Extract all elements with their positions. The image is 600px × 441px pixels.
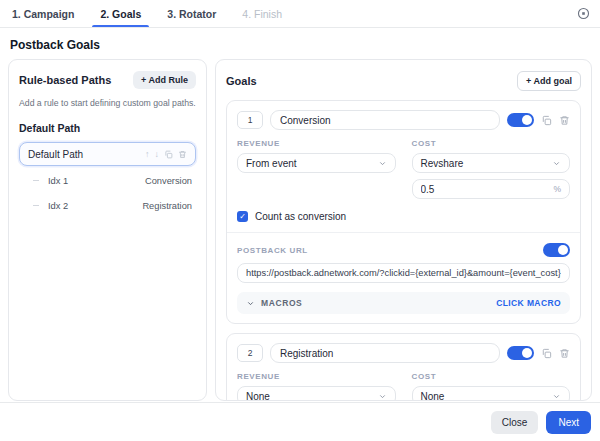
rule-based-paths-title: Rule-based Paths: [19, 74, 111, 86]
divider: [227, 232, 580, 233]
cost-type-select[interactable]: Revshare: [412, 153, 571, 173]
count-as-conversion-row[interactable]: ✓ Count as conversion: [237, 211, 570, 222]
duplicate-icon[interactable]: [164, 150, 173, 159]
tab-campaign[interactable]: 1. Campaign: [10, 0, 76, 27]
goal-name-input[interactable]: [270, 343, 500, 363]
path-goal-name: Registration: [142, 201, 192, 211]
click-macro-link[interactable]: CLICK MACRO: [496, 298, 561, 308]
move-up-icon[interactable]: ↑: [145, 150, 150, 159]
percent-suffix: %: [553, 184, 561, 194]
goal-card-2: 2 REVENUE None: [226, 333, 581, 401]
chevron-down-icon: [378, 392, 387, 401]
revenue-label: REVENUE: [237, 372, 396, 381]
delete-goal-icon[interactable]: [559, 115, 570, 126]
goal-index-badge: 2: [237, 344, 263, 362]
cost-type-select-value: None: [421, 391, 445, 402]
main-content: Rule-based Paths + Add Rule Add a rule t…: [0, 59, 600, 401]
row-dash-icon: [33, 205, 39, 206]
revenue-select[interactable]: From event: [237, 153, 396, 173]
move-down-icon[interactable]: ↓: [155, 150, 160, 159]
duplicate-goal-icon[interactable]: [541, 348, 552, 359]
cost-label: COST: [412, 372, 571, 381]
delete-goal-icon[interactable]: [559, 348, 570, 359]
cost-type-select-value: Revshare: [421, 158, 464, 169]
postback-enabled-toggle[interactable]: [543, 243, 570, 257]
revenue-select[interactable]: None: [237, 386, 396, 401]
cost-label: COST: [412, 139, 571, 148]
chevron-down-icon: [378, 159, 387, 168]
cost-value-field: %: [412, 179, 571, 199]
path-goal-row[interactable]: Idx 1 Conversion: [19, 170, 196, 191]
path-goal-row[interactable]: Idx 2 Registration: [19, 195, 196, 216]
duplicate-goal-icon[interactable]: [541, 115, 552, 126]
add-goal-button[interactable]: + Add goal: [517, 71, 581, 91]
path-goal-name: Conversion: [145, 176, 192, 186]
footer-bar: Close Next: [0, 402, 600, 441]
goal-enabled-toggle[interactable]: [507, 113, 534, 127]
goal-enabled-toggle[interactable]: [507, 346, 534, 360]
chevron-down-icon: [552, 392, 561, 401]
path-goal-index: Idx 1: [48, 176, 68, 186]
wizard-tab-bar: 1. Campaign 2. Goals 3. Rotator 4. Finis…: [0, 0, 600, 28]
revenue-select-value: None: [246, 391, 270, 402]
rule-paths-description: Add a rule to start defining custom goal…: [19, 98, 196, 109]
goal-card-1: 1 REVENUE From event: [226, 100, 581, 324]
chevron-down-icon: [552, 159, 561, 168]
tab-goals[interactable]: 2. Goals: [98, 0, 143, 27]
revenue-label: REVENUE: [237, 139, 396, 148]
path-goal-index: Idx 2: [48, 201, 68, 211]
rule-based-paths-panel: Rule-based Paths + Add Rule Add a rule t…: [8, 59, 207, 401]
macros-expand-chevron-icon[interactable]: [246, 299, 255, 308]
goals-panel: Goals + Add goal 1 REVENUE Fro: [215, 59, 592, 401]
circle-dot-icon[interactable]: [577, 0, 590, 27]
goals-title: Goals: [226, 75, 257, 87]
default-path-item[interactable]: Default Path ↑ ↓: [19, 142, 196, 166]
goal-index-badge: 1: [237, 111, 263, 129]
add-rule-button[interactable]: + Add Rule: [133, 71, 196, 89]
tab-finish: 4. Finish: [240, 0, 284, 27]
count-as-conversion-checkbox[interactable]: ✓: [237, 211, 248, 222]
goal-name-input[interactable]: [270, 110, 500, 130]
default-path-item-label: Default Path: [28, 149, 83, 160]
default-path-section-label: Default Path: [19, 122, 196, 134]
postback-url-input[interactable]: [237, 263, 570, 283]
tab-rotator[interactable]: 3. Rotator: [165, 0, 218, 27]
row-dash-icon: [33, 180, 39, 181]
next-button[interactable]: Next: [546, 411, 591, 434]
cost-value-input[interactable]: [421, 184, 554, 195]
cost-type-select[interactable]: None: [412, 386, 571, 401]
macros-label[interactable]: MACROS: [261, 298, 302, 308]
macros-bar: MACROS CLICK MACRO: [237, 292, 570, 314]
delete-icon[interactable]: [178, 150, 187, 159]
revenue-select-value: From event: [246, 158, 297, 169]
close-button[interactable]: Close: [491, 411, 539, 434]
count-as-conversion-label: Count as conversion: [255, 211, 346, 222]
postback-url-label: POSTBACK URL: [237, 246, 308, 255]
page-title: Postback Goals: [10, 38, 590, 52]
